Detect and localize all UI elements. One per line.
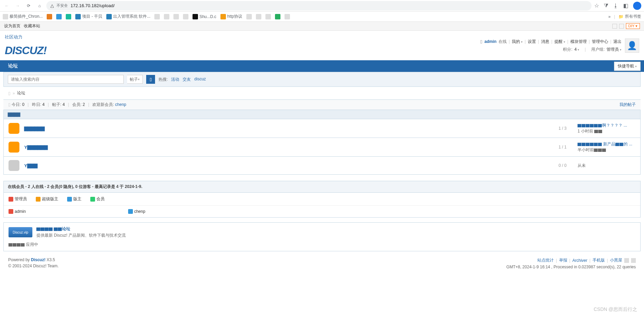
logo-subtitle: 社区动力 <box>5 34 47 40</box>
admin-center-link[interactable]: 管理中心 <box>592 39 608 45</box>
forward-button[interactable]: → <box>14 2 22 10</box>
my-posts-link[interactable]: 我的帖子 <box>619 102 636 108</box>
bookmarks-bar: 极简插件_Chron... 项目 - 干贝 出入管理系统 软件... Shu..… <box>0 12 644 22</box>
hot-search-link[interactable]: discuz <box>194 77 206 82</box>
messages-link[interactable]: 消息 <box>541 39 549 45</box>
forum-stat: 1 / 1 <box>552 145 573 149</box>
forum-name-link[interactable]: ▇▇▇▇▇▇ <box>24 126 548 131</box>
bookmark-item[interactable] <box>173 14 179 19</box>
group-value[interactable]: 管理员 <box>607 47 622 52</box>
set-home-link[interactable]: 设为首页 <box>4 23 20 29</box>
my-dropdown[interactable]: 我的 <box>512 39 523 45</box>
module-mgmt-link[interactable]: 模块管理 <box>570 39 587 45</box>
points-value[interactable]: 4 <box>574 47 579 52</box>
user-icon: ▯ <box>480 39 482 44</box>
hot-search-link[interactable]: 交友 <box>183 77 191 82</box>
extensions-icon[interactable]: ⧩ <box>604 3 608 9</box>
search-bar: 帖子 ▯ 热搜: 活动 交友 discuz <box>3 72 641 87</box>
gmt-info: GMT+8, 2024-1-9 16:14 , Processed in 0.0… <box>506 265 636 269</box>
square-button-1[interactable] <box>612 24 617 29</box>
panel-icon[interactable]: ◧ <box>623 2 628 9</box>
bookmark-item[interactable]: http协议 <box>220 14 242 19</box>
forum-last-post: 从未 <box>578 163 635 169</box>
promo-badge[interactable]: Discuz.vip <box>9 227 32 237</box>
star-icon[interactable]: ☆ <box>594 2 599 9</box>
browser-actions: ☆ ⧩ ⭳ ◧ <box>594 2 641 10</box>
site-logo[interactable]: 社区动力 DISCUZ! <box>5 34 47 57</box>
admin-color-icon <box>9 197 13 202</box>
logo-main: DISCUZ! <box>5 44 47 57</box>
bookmark-item[interactable] <box>285 14 290 19</box>
member-color-icon <box>90 197 95 202</box>
bookmark-item[interactable] <box>265 14 271 19</box>
forum-stat: 0 / 0 <box>552 163 573 168</box>
newest-member-link[interactable]: chenp <box>115 102 126 107</box>
hot-search-link[interactable]: 活动 <box>171 77 179 82</box>
promo-desc: 提供最新 Discuz! 产品新闻、软件下载与技术交流 <box>36 233 126 238</box>
bookmark-item[interactable] <box>47 14 52 19</box>
footer-link[interactable]: 手机版 <box>593 257 605 263</box>
bookmark-item[interactable] <box>256 14 261 19</box>
category-header[interactable]: ▇▇▇▇ <box>3 110 641 119</box>
top-small-bar: 设为首页 收藏本站 DIY ▾ <box>0 22 644 31</box>
footer-link[interactable]: 站点统计 <box>537 257 554 263</box>
logout-link[interactable]: 退出 <box>613 39 622 45</box>
back-button[interactable]: ← <box>3 2 11 10</box>
footer-link[interactable]: Archiver <box>572 258 587 263</box>
points-label: 积分: <box>563 47 572 52</box>
discuz-link[interactable]: Discuz! <box>31 257 46 262</box>
promo-box: Discuz.vip ▇▇▇▇ ▇▇论坛 提供最新 Discuz! 产品新闻、软… <box>3 222 641 251</box>
reminders-dropdown[interactable]: 提醒 <box>554 39 565 45</box>
breadcrumb-forum[interactable]: 论坛 <box>17 90 25 96</box>
profile-avatar[interactable] <box>633 2 641 10</box>
home-icon[interactable]: ▯ <box>8 91 11 96</box>
site-header: 社区动力 DISCUZ! ▯ admin 在线 | 我的 | 设置 | 消息 |… <box>0 31 644 60</box>
bookmark-item[interactable] <box>183 14 188 19</box>
home-button[interactable]: ⌂ <box>35 2 44 10</box>
online-user[interactable]: admin <box>9 209 26 214</box>
footer-link[interactable]: 小黑屋 <box>610 257 622 263</box>
favorite-link[interactable]: 收藏本站 <box>24 23 40 29</box>
search-input[interactable] <box>8 75 124 84</box>
address-bar[interactable]: △ 不安全 172.16.70.182/upload/ <box>46 1 592 11</box>
quick-nav-button[interactable]: 快捷导航 <box>614 62 641 71</box>
bookmark-item[interactable]: 出入管理系统 软件... <box>106 14 150 19</box>
user-area: ▯ admin 在线 | 我的 | 设置 | 消息 | 提醒 | 模块管理 | … <box>480 38 639 53</box>
reload-button[interactable]: ⟳ <box>25 2 33 10</box>
bookmark-item[interactable] <box>275 14 280 19</box>
nav-forum-tab[interactable]: 论坛 <box>3 63 22 69</box>
bookmark-item[interactable] <box>154 14 160 19</box>
promo-title[interactable]: ▇▇▇▇ ▇▇论坛 <box>36 226 126 232</box>
online-users: admin chenp <box>4 206 640 217</box>
bookmark-item[interactable]: 极简插件_Chron... <box>3 14 43 19</box>
all-bookmarks[interactable]: 📁 所有书签 <box>618 14 641 19</box>
forum-icon <box>9 123 19 134</box>
footer-link[interactable]: 举报 <box>559 257 567 263</box>
diy-button[interactable]: DIY ▾ <box>626 23 640 29</box>
online-user[interactable]: chenp <box>128 209 145 214</box>
user-avatar[interactable]: 👤 <box>625 38 639 53</box>
footer-icon <box>631 258 636 263</box>
bookmark-item[interactable] <box>56 14 62 19</box>
bookmark-item[interactable] <box>66 14 71 19</box>
promo-footer: ▇▇▇▇ 应用中 <box>9 242 635 248</box>
online-legend: 管理员 超级版主 版主 会员 <box>4 193 640 206</box>
bookmark-item[interactable] <box>164 14 169 19</box>
forum-name-link[interactable]: Y▇▇▇▇▇▇ <box>24 145 548 150</box>
search-type-dropdown[interactable]: 帖子 <box>127 75 143 84</box>
forum-last-post: ▇▇▇▇▇▇啊？？？？ ... 1 小时前 ▇▇ <box>578 123 635 134</box>
username-link[interactable]: admin <box>485 39 496 44</box>
url-text: 172.16.70.182/upload/ <box>71 3 114 8</box>
settings-link[interactable]: 设置 <box>528 39 536 45</box>
bookmark-item[interactable]: Shu...D.c <box>193 14 216 19</box>
square-button-2[interactable] <box>619 24 624 29</box>
search-button[interactable]: ▯ <box>146 75 155 84</box>
supermod-color-icon <box>36 197 41 202</box>
bookmark-item[interactable]: 项目 - 干贝 <box>75 14 102 19</box>
download-icon[interactable]: ⭳ <box>613 3 618 9</box>
bookmark-item[interactable] <box>246 14 252 19</box>
forum-name-link[interactable]: Y▇▇▇ <box>24 163 548 168</box>
forum-row: Y▇▇▇▇▇▇ 1 / 1 ▇▇▇▇▇▇ 新产品▇▇的 ... 半小时前▇▇▇ <box>3 138 641 157</box>
forum-row: ▇▇▇▇▇▇ 1 / 3 ▇▇▇▇▇▇啊？？？？ ... 1 小时前 ▇▇ <box>3 119 641 138</box>
bookmark-overflow[interactable]: » <box>608 14 611 19</box>
